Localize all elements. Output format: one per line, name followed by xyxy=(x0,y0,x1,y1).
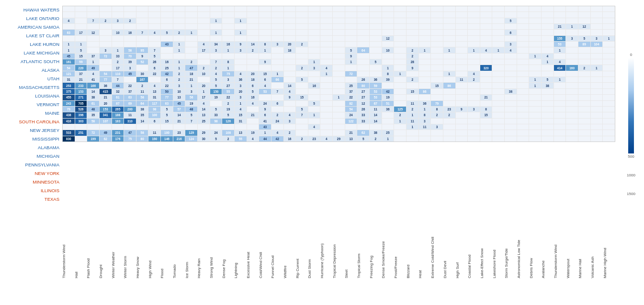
heatmap-cell[interactable]: 15 xyxy=(235,112,247,118)
heatmap-cell[interactable]: 3 xyxy=(112,18,124,23)
heatmap-cell[interactable]: 41 xyxy=(259,119,271,124)
heatmap-cell[interactable] xyxy=(271,36,284,41)
heatmap-cell[interactable] xyxy=(394,54,407,59)
heatmap-cell[interactable] xyxy=(198,124,210,130)
heatmap-cell[interactable] xyxy=(394,124,407,130)
heatmap-cell[interactable]: 53 xyxy=(259,89,271,94)
heatmap-cell[interactable]: 1 xyxy=(308,59,321,65)
heatmap-cell[interactable] xyxy=(222,6,235,11)
heatmap-cell[interactable] xyxy=(591,30,603,35)
heatmap-cell[interactable]: 9 xyxy=(284,95,296,100)
heatmap-cell[interactable] xyxy=(271,47,284,53)
heatmap-cell[interactable]: 16 xyxy=(161,59,173,65)
heatmap-cell[interactable]: 455 xyxy=(63,95,75,100)
heatmap-cell[interactable] xyxy=(345,77,358,82)
heatmap-cell[interactable] xyxy=(443,119,456,124)
heatmap-cell[interactable] xyxy=(456,30,468,35)
heatmap-cell[interactable] xyxy=(100,30,112,35)
heatmap-cell[interactable]: 1 xyxy=(529,83,542,88)
heatmap-cell[interactable] xyxy=(431,89,443,94)
heatmap-cell[interactable] xyxy=(529,107,542,112)
heatmap-cell[interactable] xyxy=(198,30,210,35)
heatmap-cell[interactable] xyxy=(333,24,345,29)
heatmap-cell[interactable] xyxy=(100,65,112,70)
heatmap-cell[interactable]: 62 xyxy=(357,130,370,135)
heatmap-cell[interactable] xyxy=(603,107,615,112)
heatmap-cell[interactable] xyxy=(222,54,235,59)
heatmap-cell[interactable]: 1 xyxy=(407,112,419,118)
heatmap-cell[interactable] xyxy=(136,124,149,130)
heatmap-cell[interactable] xyxy=(136,6,149,11)
heatmap-cell[interactable] xyxy=(296,124,308,130)
heatmap-cell[interactable] xyxy=(235,65,247,70)
heatmap-cell[interactable]: 14 xyxy=(370,119,382,124)
heatmap-cell[interactable]: 58 xyxy=(136,95,149,100)
heatmap-cell[interactable] xyxy=(468,24,480,29)
heatmap-cell[interactable] xyxy=(284,124,296,130)
heatmap-cell[interactable] xyxy=(480,36,493,41)
heatmap-cell[interactable] xyxy=(529,112,542,118)
heatmap-cell[interactable] xyxy=(210,54,223,59)
heatmap-cell[interactable]: 190 xyxy=(148,136,161,142)
heatmap-cell[interactable] xyxy=(456,65,468,70)
heatmap-cell[interactable]: 20 xyxy=(198,83,210,88)
heatmap-cell[interactable] xyxy=(357,59,370,65)
heatmap-cell[interactable] xyxy=(603,65,615,70)
heatmap-cell[interactable] xyxy=(578,107,591,112)
heatmap-cell[interactable]: 251 xyxy=(75,130,88,135)
heatmap-cell[interactable]: 1 xyxy=(492,47,505,53)
heatmap-cell[interactable] xyxy=(566,54,578,59)
heatmap-cell[interactable] xyxy=(296,24,308,29)
heatmap-cell[interactable]: 22 xyxy=(345,95,358,100)
heatmap-cell[interactable] xyxy=(505,101,517,106)
heatmap-cell[interactable] xyxy=(542,124,554,130)
heatmap-cell[interactable]: 23 xyxy=(173,130,186,135)
heatmap-cell[interactable]: 61 xyxy=(112,95,124,100)
heatmap-cell[interactable]: 25 xyxy=(382,130,395,135)
heatmap-cell[interactable] xyxy=(333,112,345,118)
heatmap-cell[interactable]: 1 xyxy=(443,47,456,53)
heatmap-cell[interactable]: 1 xyxy=(443,71,456,76)
heatmap-cell[interactable] xyxy=(505,124,517,130)
heatmap-cell[interactable] xyxy=(505,77,517,82)
heatmap-cell[interactable] xyxy=(320,47,333,53)
heatmap-cell[interactable]: 59 xyxy=(370,83,382,88)
heatmap-cell[interactable] xyxy=(370,30,382,35)
heatmap-cell[interactable] xyxy=(235,54,247,59)
heatmap-cell[interactable] xyxy=(112,12,124,17)
heatmap-cell[interactable]: 2 xyxy=(296,136,308,142)
heatmap-cell[interactable]: 6 xyxy=(148,119,161,124)
heatmap-cell[interactable] xyxy=(591,12,603,17)
heatmap-cell[interactable]: 5 xyxy=(75,47,88,53)
heatmap-cell[interactable]: 1 xyxy=(75,42,88,47)
heatmap-cell[interactable]: 12 xyxy=(87,30,100,35)
heatmap-cell[interactable] xyxy=(161,36,173,41)
heatmap-cell[interactable] xyxy=(75,124,88,130)
heatmap-cell[interactable] xyxy=(419,130,431,135)
heatmap-cell[interactable]: 9 xyxy=(136,54,149,59)
heatmap-cell[interactable] xyxy=(603,112,615,118)
heatmap-cell[interactable]: 12 xyxy=(357,101,370,106)
heatmap-cell[interactable] xyxy=(443,12,456,17)
heatmap-cell[interactable] xyxy=(87,6,100,11)
heatmap-cell[interactable] xyxy=(148,6,161,11)
heatmap-cell[interactable] xyxy=(554,18,566,23)
heatmap-cell[interactable] xyxy=(357,65,370,70)
heatmap-cell[interactable] xyxy=(468,42,480,47)
heatmap-cell[interactable]: 2 xyxy=(222,136,235,142)
heatmap-cell[interactable] xyxy=(443,89,456,94)
heatmap-cell[interactable]: 1 xyxy=(419,47,431,53)
heatmap-cell[interactable] xyxy=(505,12,517,17)
heatmap-cell[interactable] xyxy=(370,124,382,130)
heatmap-cell[interactable]: 47 xyxy=(124,130,136,135)
heatmap-cell[interactable]: 37 xyxy=(124,89,136,94)
heatmap-cell[interactable]: 33 xyxy=(210,112,223,118)
heatmap-cell[interactable] xyxy=(394,12,407,17)
heatmap-cell[interactable] xyxy=(370,65,382,70)
heatmap-cell[interactable] xyxy=(517,119,530,124)
heatmap-cell[interactable]: 4 xyxy=(320,136,333,142)
heatmap-cell[interactable]: 2 xyxy=(173,71,186,76)
heatmap-cell[interactable] xyxy=(431,6,443,11)
heatmap-cell[interactable]: 4 xyxy=(235,71,247,76)
heatmap-cell[interactable]: 1 xyxy=(529,77,542,82)
